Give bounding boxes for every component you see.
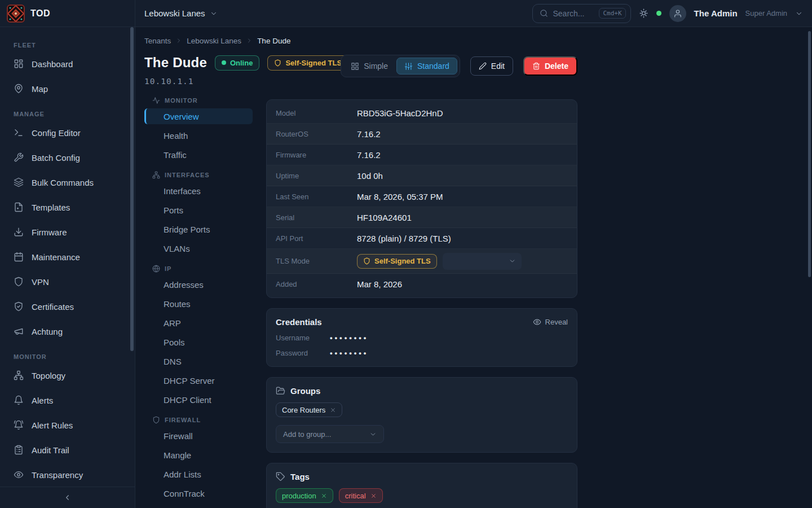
breadcrumb: Tenants Lebowski Lanes The Dude [144, 36, 803, 45]
online-dot-icon [222, 60, 226, 65]
user-role: Super Admin [745, 9, 787, 17]
table-row-tls-mode: TLS Mode Self-Signed TLS [267, 249, 577, 274]
breadcrumb-tenant-name[interactable]: Lebowski Lanes [187, 37, 241, 45]
groups-title: Groups [290, 386, 320, 396]
view-toggle-standard[interactable]: Standard [396, 58, 457, 75]
map-pin-icon [14, 84, 24, 94]
shield-icon [152, 416, 160, 424]
terminal-icon [14, 128, 24, 138]
subnav-item-dhcp-server[interactable]: DHCP Server [144, 373, 253, 388]
reveal-button[interactable]: Reveal [533, 318, 568, 326]
chevron-down-icon [210, 10, 218, 17]
tag-chip-production: production [276, 488, 333, 503]
subnav-item-traffic[interactable]: Traffic [144, 147, 253, 163]
delete-button[interactable]: Delete [523, 56, 577, 76]
user-menu-chevron-down-icon[interactable] [795, 10, 803, 17]
breadcrumb-tenants[interactable]: Tenants [144, 37, 171, 45]
globe-icon [152, 265, 160, 273]
tags-title: Tags [290, 472, 310, 481]
subnav-item-overview[interactable]: Overview [144, 108, 253, 124]
sidebar-item-alerts[interactable]: Alerts [0, 391, 135, 409]
search-box[interactable]: Cmd+K [532, 4, 630, 23]
remove-tag-icon[interactable] [321, 493, 327, 499]
remove-group-icon[interactable] [330, 407, 336, 413]
sidebar-item-config-editor[interactable]: Config Editor [0, 124, 135, 142]
sidebar-item-alert-rules[interactable]: Alert Rules [0, 416, 135, 434]
groups-card: Groups Core Routers Add to group... [266, 377, 577, 453]
tls-mode-select[interactable] [443, 253, 522, 270]
subnav-item-firewall[interactable]: Firewall [144, 428, 253, 444]
device-detail-column: Model RBD53iG-5HacD2HnD RouterOS 7.16.2 … [266, 99, 577, 508]
credentials-card: Credentials Reveal Username •••••••• Pas… [266, 308, 577, 367]
chevron-down-icon [509, 257, 516, 265]
subnav-item-dhcp-client[interactable]: DHCP Client [144, 392, 253, 408]
sidebar-scrollbar[interactable] [130, 27, 134, 351]
page-title: The Dude [144, 55, 207, 71]
subnav-item-pools[interactable]: Pools [144, 334, 253, 350]
sidebar: Fleet Dashboard Map Manage Config Editor… [0, 27, 135, 508]
tag-chip-critical: critical [339, 488, 383, 503]
sidebar-item-templates[interactable]: Templates [0, 198, 135, 216]
chevron-right-icon [246, 37, 253, 44]
search-input[interactable] [553, 9, 594, 18]
sidebar-item-transparency[interactable]: Transparency [0, 466, 135, 484]
sidebar-item-firmware[interactable]: Firmware [0, 223, 135, 241]
add-to-group-select[interactable]: Add to group... [276, 425, 384, 443]
sidebar-item-map[interactable]: Map [0, 80, 135, 98]
subnav-item-dns[interactable]: DNS [144, 353, 253, 369]
sidebar-item-dashboard[interactable]: Dashboard [0, 55, 135, 73]
sidebar-item-maintenance[interactable]: Maintenance [0, 248, 135, 266]
theme-toggle-sun-icon[interactable] [639, 8, 648, 18]
overview-card: Model RBD53iG-5HacD2HnD RouterOS 7.16.2 … [266, 99, 577, 298]
subnav-item-addresses[interactable]: Addresses [144, 277, 253, 292]
clipboard-icon [14, 445, 24, 455]
activity-icon [152, 97, 160, 104]
subnav-item-mangle[interactable]: Mangle [144, 447, 253, 463]
sidebar-item-certificates[interactable]: Certificates [0, 297, 135, 316]
trash-icon [532, 62, 540, 70]
header-actions: Simple Standard Edit Delete [341, 55, 577, 77]
shield-icon [14, 277, 24, 287]
subnav-item-vlans[interactable]: VLANs [144, 240, 253, 256]
bell-icon [14, 395, 24, 405]
subnav-item-conntrack[interactable]: ConnTrack [144, 485, 253, 501]
avatar[interactable] [669, 5, 686, 22]
chevron-left-icon [63, 493, 72, 502]
subnav-item-addr-lists[interactable]: Addr Lists [144, 466, 253, 482]
credentials-title: Credentials [276, 317, 322, 327]
network-icon [14, 370, 24, 380]
view-toggle: Simple Standard [341, 55, 460, 77]
credential-row-username: Username •••••••• [276, 334, 568, 342]
sliders-icon [404, 62, 413, 71]
table-row: Last Seen Mar 8, 2026, 05:37 PM [267, 186, 577, 207]
subnav-item-health[interactable]: Health [144, 128, 253, 143]
sidebar-collapse-button[interactable] [0, 487, 135, 508]
sidebar-item-audit-trail[interactable]: Audit Trail [0, 441, 135, 459]
subnav-item-ports[interactable]: Ports [144, 202, 253, 218]
subnav-section-ip: IP [144, 264, 253, 273]
subnav-item-routes[interactable]: Routes [144, 296, 253, 312]
sidebar-item-bulk-commands[interactable]: Bulk Commands [0, 173, 135, 191]
sidebar-section-monitor: Monitor [0, 352, 135, 361]
network-icon [152, 171, 160, 179]
bell-ring-icon [14, 420, 24, 430]
subnav-item-arp[interactable]: ARP [144, 315, 253, 331]
main-content: Tenants Lebowski Lanes The Dude The Dude… [135, 27, 812, 508]
sidebar-item-topology[interactable]: Topology [0, 366, 135, 384]
subnav-item-interfaces[interactable]: Interfaces [144, 183, 253, 199]
main-scrollbar[interactable] [808, 31, 811, 277]
status-badge: Online [215, 55, 259, 71]
subnav-item-bridge-ports[interactable]: Bridge Ports [144, 221, 253, 237]
view-toggle-simple[interactable]: Simple [343, 58, 395, 75]
tenant-selector[interactable]: Lebowski Lanes [144, 8, 218, 18]
remove-tag-icon[interactable] [370, 493, 377, 499]
wrench-icon [14, 152, 24, 163]
edit-button[interactable]: Edit [470, 56, 513, 76]
dashboard-icon [14, 59, 24, 69]
sidebar-item-vpn[interactable]: VPN [0, 273, 135, 291]
sidebar-item-batch-config[interactable]: Batch Config [0, 148, 135, 167]
sidebar-section-manage: Manage [0, 110, 135, 119]
subnav-section-firewall: Firewall [144, 415, 253, 424]
sidebar-item-achtung[interactable]: Achtung [0, 322, 135, 340]
search-icon [540, 9, 548, 17]
